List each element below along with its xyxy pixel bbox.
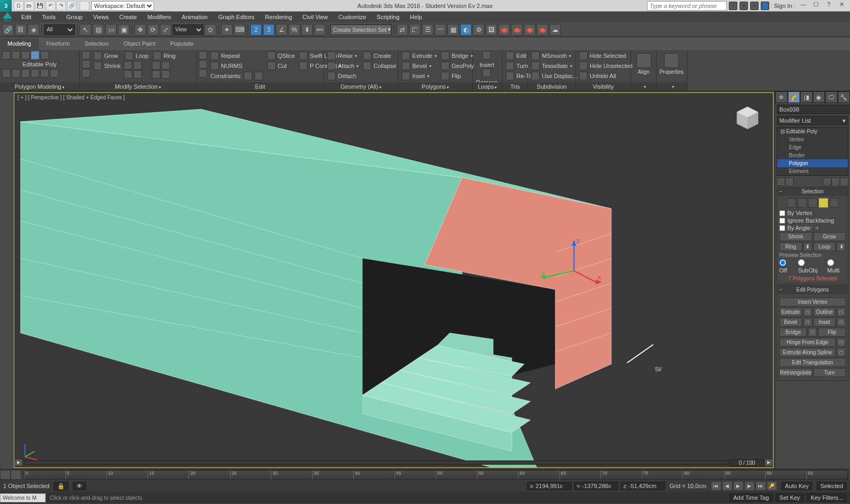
extrude-button[interactable]: Extrude▾ <box>401 51 438 61</box>
ep-bridge-button[interactable]: Bridge <box>779 328 807 337</box>
ribbon-tab-object-paint[interactable]: Object Paint <box>116 38 163 50</box>
stack-item-border[interactable]: Border <box>777 151 848 159</box>
trackbar-btn1[interactable] <box>0 470 11 480</box>
ms7-icon[interactable] <box>133 70 142 79</box>
ribbon-tab-selection[interactable]: Selection <box>77 38 116 50</box>
by-angle-checkbox[interactable]: By Angle: <box>779 225 846 231</box>
infocenter-icon[interactable]: ♯ <box>729 2 737 10</box>
close-button[interactable]: ✕ <box>835 1 848 11</box>
make-unique-icon[interactable] <box>823 177 831 186</box>
keyboard-shortcut-icon[interactable]: ⌨ <box>234 24 245 36</box>
poly-polygon-icon[interactable] <box>31 51 39 59</box>
ms3-icon[interactable] <box>82 69 90 78</box>
minimize-button[interactable]: — <box>797 1 810 11</box>
layers-icon[interactable]: ☰ <box>422 24 434 36</box>
shrink-button[interactable]: Shrink <box>92 61 122 71</box>
qat-redo-icon[interactable]: ↷ <box>56 1 66 11</box>
hide-unsel-button[interactable]: Hide Unselected <box>578 61 634 71</box>
stack-item-editable-poly[interactable]: ⊟ Editable Poly <box>777 127 848 135</box>
cmd-utility-tab[interactable]: 🔧 <box>838 91 851 103</box>
retri-button2[interactable]: Retriangulate <box>779 368 812 377</box>
shrink-sel-button[interactable]: Shrink <box>779 232 812 241</box>
timeline-end-icon[interactable]: ▶ <box>764 459 773 466</box>
render-frame-icon[interactable]: 🖼 <box>486 24 497 36</box>
selection-rollout-header[interactable]: Selection <box>777 187 848 196</box>
move-icon[interactable]: ✥ <box>134 24 146 36</box>
menu-edit[interactable]: Edit <box>16 12 37 22</box>
manipulate-icon[interactable]: ✦ <box>221 24 233 36</box>
exchange-icon[interactable]: ✕ <box>750 2 759 10</box>
loop-button[interactable]: Loop <box>124 51 149 61</box>
play-icon[interactable]: ▶ <box>733 481 744 491</box>
menu-views[interactable]: Views <box>88 12 114 22</box>
select-object-icon[interactable]: ↖ <box>80 24 91 36</box>
configure-icon[interactable] <box>840 177 848 186</box>
bridge-settings-icon[interactable]: □ <box>808 328 817 337</box>
select-name-icon[interactable]: ▤ <box>92 24 104 36</box>
isolate-icon[interactable]: 👁 <box>73 482 86 490</box>
tessellate-button[interactable]: Tessellate▾ <box>530 61 579 71</box>
viewcube[interactable] <box>733 104 762 133</box>
snap-2d-icon[interactable]: 2 <box>250 24 262 36</box>
hide-sel-button[interactable]: Hide Selected <box>578 51 634 61</box>
ms2-icon[interactable] <box>82 60 90 69</box>
sel-vertex-icon[interactable] <box>787 198 796 208</box>
set-key-button[interactable]: Set Key <box>776 493 804 502</box>
cmd-modify-tab[interactable]: 🌈 <box>788 91 801 103</box>
key-mode-select[interactable]: Selected <box>817 482 847 490</box>
qat-link-icon[interactable]: 🔗 <box>67 1 76 11</box>
qat-open-icon[interactable]: 🗁 <box>24 1 34 11</box>
insert-vertex-button[interactable]: Insert Vertex <box>779 297 846 306</box>
ms1-icon[interactable] <box>82 51 90 59</box>
qat-new-icon[interactable]: 🗋 <box>14 1 23 11</box>
outline-settings-icon[interactable]: □ <box>837 307 846 317</box>
preview-subobj-radio[interactable]: SubObj <box>798 259 823 274</box>
menu-customize[interactable]: Customize <box>333 12 371 22</box>
constraint2-icon[interactable] <box>254 72 263 80</box>
poly-edge-icon[interactable] <box>12 51 20 59</box>
relax-button[interactable]: Relax▾ <box>326 51 360 61</box>
ep-flip-button[interactable]: Flip <box>818 328 846 337</box>
cmd-create-tab[interactable]: ✲ <box>775 91 788 103</box>
extrude-settings-icon[interactable]: □ <box>803 307 812 317</box>
grow-sel-button[interactable]: Grow <box>813 232 846 241</box>
ed3-icon[interactable] <box>199 69 207 78</box>
app-menu-button[interactable]: MAX <box>0 12 15 22</box>
sel-edge-icon[interactable] <box>797 198 807 208</box>
ribbon-tab-modeling[interactable]: Modeling <box>0 38 39 50</box>
menu-animation[interactable]: Animation <box>176 12 213 22</box>
maximize-button[interactable]: ☐ <box>810 1 822 11</box>
ms6-icon[interactable] <box>124 70 132 79</box>
menu-civil-view[interactable]: Civil View <box>298 12 333 22</box>
ep-bevel-button[interactable]: Bevel <box>779 318 802 327</box>
ms8-icon[interactable] <box>152 61 160 70</box>
coord-y[interactable]: Y: -1379,286c <box>574 482 618 490</box>
ignore-backfacing-checkbox[interactable]: Ignore Backfacing <box>779 217 846 224</box>
repeat-button[interactable]: Repeat <box>209 51 264 61</box>
nurms-button[interactable]: NURMS <box>209 61 264 71</box>
menu-modifiers[interactable]: Modifiers <box>142 12 176 22</box>
pm4-icon[interactable] <box>31 69 39 78</box>
menu-create[interactable]: Create <box>114 12 142 22</box>
pivot-center-icon[interactable]: ⊙ <box>205 24 216 36</box>
goto-end-icon[interactable]: ⏭ <box>755 481 766 491</box>
hinge-button[interactable]: Hinge From Edge <box>779 338 836 347</box>
link-icon[interactable]: 🔗 <box>2 24 14 36</box>
help-button[interactable]: ? <box>822 1 835 11</box>
editpoly-rollout-header[interactable]: Edit Polygons <box>777 286 848 294</box>
named-selection-set[interactable]: Create Selection Set▾ <box>330 24 392 35</box>
ms10-icon[interactable] <box>152 70 160 79</box>
show-end-icon[interactable] <box>785 177 794 186</box>
pin-stack-icon[interactable] <box>777 177 785 186</box>
stack-item-vertex[interactable]: Vertex <box>777 135 848 143</box>
inset-settings-icon[interactable]: □ <box>837 318 846 327</box>
bevel-settings-icon[interactable]: □ <box>803 318 812 327</box>
render-setup-icon[interactable]: ⚙ <box>473 24 484 36</box>
menu-rendering[interactable]: Rendering <box>260 12 298 22</box>
flip-button[interactable]: Flip <box>440 71 475 81</box>
ref-coord-system[interactable]: View <box>173 24 203 35</box>
loop-sel-button[interactable]: Loop <box>813 242 836 251</box>
cmd-motion-tab[interactable]: ◉ <box>813 91 826 103</box>
ep-inset-button[interactable]: Inset <box>813 318 836 327</box>
rotate-icon[interactable]: ⟳ <box>147 24 159 36</box>
